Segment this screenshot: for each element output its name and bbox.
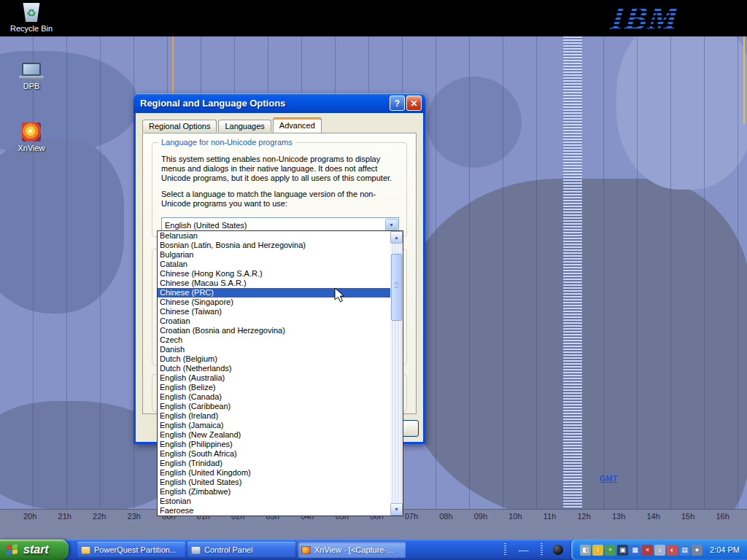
desktop-icon-label: DPB — [6, 82, 57, 90]
antivirus-icon[interactable]: + — [605, 545, 616, 556]
desktop-icon-dpb[interactable]: DPB — [6, 63, 57, 90]
safely-remove-hardware-icon[interactable]: ◧ — [580, 545, 591, 556]
taskbar-button-xnview[interactable]: XnView - [<Capture-... — [298, 542, 406, 558]
dropdown-item[interactable]: Croatian — [158, 316, 390, 326]
scrollbar-thumb[interactable] — [391, 254, 402, 321]
xnview-icon — [22, 122, 41, 141]
scroll-up-button[interactable]: ▲ — [390, 231, 403, 244]
recycle-glyph: ♻ — [26, 7, 36, 18]
hour-label: 09h — [474, 512, 487, 521]
tray-icon-glyph: ▣ — [619, 547, 626, 553]
scheduler-icon[interactable]: ◐ — [667, 545, 678, 556]
dropdown-item[interactable]: Danish — [158, 345, 390, 354]
taskbar-button-control-panel[interactable]: Control Panel — [187, 542, 295, 558]
tray-icon-glyph: ◧ — [582, 547, 589, 553]
dropdown-item[interactable]: English (United States) — [158, 478, 390, 487]
dropdown-item[interactable]: English (South Africa) — [158, 449, 390, 459]
tray-icons: ◧!+▣▦×♪◐▤● — [580, 545, 703, 556]
mouse-cursor — [334, 287, 347, 306]
scroll-down-button[interactable]: ▼ — [390, 503, 403, 516]
dropdown-item[interactable]: Chinese (Macau S.A.R.) — [158, 279, 390, 288]
toolbar-grip[interactable] — [504, 543, 506, 556]
language-bar-icon[interactable]: ● — [692, 545, 703, 556]
scrollbar-track[interactable] — [390, 244, 403, 503]
taskbar-button-icon — [301, 546, 311, 554]
taskbar-toolbar-text: ---- — [509, 540, 538, 560]
tab-advanced[interactable]: Advanced — [273, 117, 322, 133]
network-icon[interactable]: ▦ — [630, 545, 640, 556]
volume-icon[interactable]: ♪ — [654, 545, 665, 556]
dropdown-item[interactable]: Estonian — [158, 497, 390, 506]
dropdown-item[interactable]: Catalan — [158, 260, 390, 269]
hour-label: 20h — [23, 512, 36, 521]
dropdown-item[interactable]: English (New Zealand) — [158, 430, 390, 440]
dropdown-item[interactable]: Chinese (Hong Kong S.A.R.) — [158, 269, 390, 279]
dialog-title: Regional and Language Options — [140, 98, 388, 109]
taskbar-button-label: Control Panel — [204, 545, 253, 554]
desktop-icon-xnview[interactable]: XnView — [6, 122, 57, 152]
hour-label: 10h — [508, 512, 522, 521]
dropdown-item[interactable]: Chinese (Taiwan) — [158, 307, 390, 316]
desktop-icon-label: Recycle Bin — [6, 24, 57, 33]
taskbar-button-icon — [191, 546, 201, 554]
combobox-value: English (United States) — [162, 221, 384, 230]
dropdown-item[interactable]: Bosnian (Latin, Bosnia and Herzegovina) — [158, 241, 390, 250]
network-disconnected-icon[interactable]: × — [642, 545, 653, 556]
dropdown-item[interactable]: Chinese (Singapore) — [158, 298, 390, 307]
dropdown-item[interactable]: Belarusian — [158, 231, 390, 241]
dropdown-item[interactable]: Dutch (Belgium) — [158, 354, 390, 364]
dropdown-item[interactable]: English (Caribbean) — [158, 402, 390, 411]
graphics-utility-icon[interactable]: ▤ — [679, 545, 690, 556]
dialog-titlebar[interactable]: Regional and Language Options ? ✕ — [133, 93, 425, 113]
dropdown-item[interactable]: English (Trinidad) — [158, 459, 390, 468]
map-continent-shape — [0, 139, 124, 314]
language-non-unicode-groupbox: Language for non-Unicode programs This s… — [152, 142, 407, 237]
dropdown-item[interactable]: English (United Kingdom) — [158, 468, 390, 478]
desktop-icon-recycle-bin[interactable]: ♻ Recycle Bin — [6, 3, 57, 33]
dropdown-item[interactable]: English (Ireland) — [158, 411, 390, 421]
hour-label: 15h — [681, 512, 694, 521]
dropdown-item[interactable]: Faeroese — [158, 506, 390, 516]
dropdown-scrollbar[interactable]: ▲ ▼ — [390, 231, 403, 516]
taskbar-clock[interactable]: 2:04 PM — [704, 545, 740, 554]
top-black-band: IBM — [0, 0, 747, 36]
toolbar-grip[interactable] — [541, 543, 543, 556]
display-settings-icon[interactable]: ▣ — [617, 545, 628, 556]
dropdown-item[interactable]: English (Zimbabwe) — [158, 487, 390, 497]
close-button[interactable]: ✕ — [406, 96, 422, 111]
taskbar-spacer — [406, 540, 501, 560]
description-text-1: This system setting enables non-Unicode … — [161, 155, 396, 183]
dropdown-item[interactable]: English (Australia) — [158, 373, 390, 383]
map-continent-shape — [616, 36, 747, 190]
dropdown-item[interactable]: English (Canada) — [158, 392, 390, 402]
laptop-base — [19, 76, 44, 79]
dropdown-item[interactable]: Chinese (PRC) — [158, 288, 390, 298]
toolbar-app-icon[interactable] — [553, 545, 563, 555]
dropdown-item[interactable]: Bulgarian — [158, 250, 390, 260]
start-button[interactable]: start — [0, 540, 69, 560]
tab-regional-options[interactable]: Regional Options — [142, 120, 217, 132]
tray-icon-glyph: ▤ — [681, 547, 688, 553]
dropdown-item[interactable]: English (Jamaica) — [158, 421, 390, 430]
hour-label: 11h — [543, 512, 557, 521]
combobox-dropdown-button[interactable]: ▼ — [385, 219, 398, 231]
tray-icon-glyph: ● — [695, 547, 699, 553]
taskbar-button-icon — [81, 546, 90, 554]
dropdown-item[interactable]: Czech — [158, 335, 390, 345]
taskbar-button-label: XnView - [<Capture-... — [314, 545, 393, 554]
dropdown-item[interactable]: Croatian (Bosnia and Herzegovina) — [158, 326, 390, 335]
dropdown-item[interactable]: English (Belize) — [158, 383, 390, 392]
desktop-icon-label: XnView — [6, 144, 57, 152]
hour-label: 22h — [93, 512, 106, 521]
security-alert-icon[interactable]: ! — [592, 545, 603, 556]
taskbar-button-powerquest[interactable]: PowerQuest Partition... — [77, 542, 185, 558]
dropdown-item[interactable]: English (Philippines) — [158, 440, 390, 449]
help-icon: ? — [395, 98, 400, 109]
hour-label: 21h — [58, 512, 71, 521]
hour-label: 12h — [577, 512, 590, 521]
hour-label: 13h — [612, 512, 625, 521]
tab-languages[interactable]: Languages — [218, 120, 271, 132]
task-button-area: PowerQuest Partition... Control Panel Xn… — [69, 540, 406, 560]
help-button[interactable]: ? — [390, 96, 405, 111]
dropdown-item[interactable]: Dutch (Netherlands) — [158, 364, 390, 373]
